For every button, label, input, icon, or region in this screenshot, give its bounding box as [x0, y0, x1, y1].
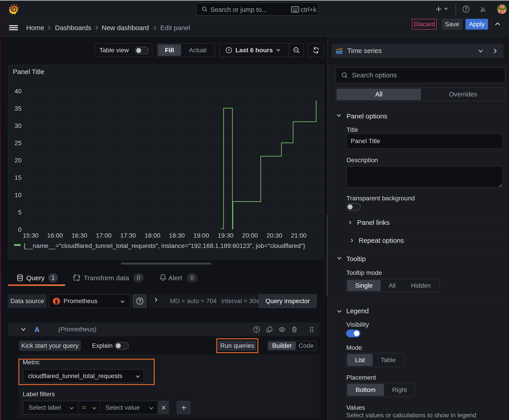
svg-text:19:30: 19:30: [218, 232, 233, 239]
svg-text:16:00: 16:00: [47, 232, 63, 239]
svg-text:21:00: 21:00: [291, 232, 307, 239]
svg-text:16:30: 16:30: [72, 232, 87, 239]
svg-text:17:00: 17:00: [96, 232, 112, 239]
svg-text:17:30: 17:30: [120, 232, 136, 239]
svg-text:15:30: 15:30: [23, 232, 38, 239]
svg-text:35: 35: [15, 105, 22, 112]
svg-text:{__name__="cloudflared_tunnel_: {__name__="cloudflared_tunnel_total_requ…: [23, 242, 305, 249]
svg-text:19:00: 19:00: [193, 232, 209, 239]
svg-text:30: 30: [15, 122, 22, 129]
svg-text:18:00: 18:00: [144, 232, 160, 239]
svg-text:20:00: 20:00: [242, 232, 258, 239]
svg-text:25: 25: [15, 140, 22, 147]
svg-text:10: 10: [15, 192, 22, 199]
svg-text:5: 5: [18, 209, 22, 216]
svg-text:15: 15: [15, 174, 22, 181]
svg-text:18:30: 18:30: [169, 232, 185, 239]
svg-text:40: 40: [15, 88, 22, 95]
svg-text:20:30: 20:30: [266, 232, 282, 239]
svg-text:0: 0: [18, 226, 22, 233]
svg-text:20: 20: [15, 157, 22, 164]
